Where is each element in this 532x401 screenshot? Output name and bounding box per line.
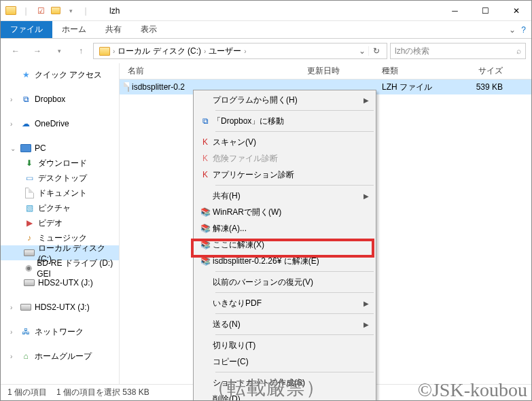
column-name[interactable]: 名前 [120, 65, 303, 77]
checkbox-icon[interactable]: ☑ [35, 5, 47, 17]
menu-extract-to[interactable]: 📚isdbsplitter-0.2.26¥ に解凍(E) [195, 253, 374, 269]
menu-separator [215, 271, 374, 272]
nav-downloads[interactable]: ⬇ダウンロード [1, 156, 119, 171]
pc-icon [20, 143, 31, 154]
drive-icon [24, 247, 35, 258]
menu-dropbox-move[interactable]: ⧉「Dropbox」に移動 [195, 113, 374, 129]
nav-pc[interactable]: ⌄PC [1, 141, 119, 156]
column-date[interactable]: 更新日時 [303, 65, 378, 77]
shield-icon: K [198, 154, 213, 163]
menu-app-scan[interactable]: Kアプリケーション診断 [195, 167, 374, 183]
menu-extract-a[interactable]: 📚解凍(A)... [195, 220, 374, 237]
file-size: 539 KB [459, 82, 507, 92]
nav-quick-access[interactable]: ★クイック アクセス [1, 67, 119, 82]
window-title: lzh [109, 6, 120, 16]
dropbox-icon: ⧉ [20, 94, 31, 105]
column-headers: 名前 更新日時 種類 サイズ [120, 63, 531, 80]
network-icon: 🖧 [20, 326, 31, 337]
menu-prev-version[interactable]: 以前のバージョンの復元(V) [195, 274, 374, 290]
shield-icon: K [198, 137, 213, 147]
tab-home[interactable]: ホーム [52, 21, 96, 38]
divider-icon: | [20, 5, 32, 17]
nav-network[interactable]: ›🖧ネットワーク [1, 324, 119, 339]
address-bar: ← → ▾ ↑ › ローカル ディスク (C:) › ユーザー › ⌄ ↻ lz… [1, 39, 531, 63]
nav-recent-button[interactable]: ▾ [50, 41, 69, 60]
column-type[interactable]: 種類 [378, 65, 459, 77]
menu-winrar-open[interactable]: 📚WinRARで開く(W) [195, 204, 374, 220]
chevron-right-icon: ▶ [363, 300, 369, 307]
nav-homegroup[interactable]: ›⌂ホームグループ [1, 349, 119, 364]
drive-icon [20, 302, 31, 313]
qat-dropdown-icon[interactable]: ▾ [65, 5, 77, 17]
desktop-icon: ▭ [24, 173, 35, 184]
folder-small-icon [50, 5, 62, 17]
menu-share[interactable]: 共有(H)▶ [195, 188, 374, 204]
menu-separator [215, 372, 374, 372]
onedrive-icon: ☁ [20, 118, 31, 129]
menu-scan[interactable]: Kスキャン(V) [195, 134, 374, 150]
breadcrumb-folder-icon [96, 47, 113, 56]
chevron-right-icon: ▶ [363, 97, 369, 104]
ribbon: ファイル ホーム 共有 表示 ⌄? [1, 21, 531, 39]
refresh-icon[interactable]: ↻ [368, 46, 384, 56]
tab-view[interactable]: 表示 [131, 21, 166, 38]
tab-file[interactable]: ファイル [1, 21, 52, 38]
maximize-button[interactable]: ☐ [470, 1, 501, 21]
menu-delete[interactable]: 削除(D) [195, 391, 374, 401]
breadcrumb[interactable]: › ローカル ディスク (C:) › ユーザー › ⌄ ↻ [93, 43, 387, 59]
minimize-button[interactable]: ─ [440, 1, 470, 21]
winrar-icon: 📚 [198, 240, 213, 249]
menu-ikinaripdf[interactable]: いきなりPDF▶ [195, 295, 374, 311]
chevron-right-icon[interactable]: › [244, 48, 246, 55]
breadcrumb-folder[interactable]: ユーザー [206, 46, 244, 57]
close-button[interactable]: ✕ [501, 1, 531, 21]
nav-up-button[interactable]: ↑ [71, 41, 90, 60]
menu-extract-here[interactable]: 📚ここに解凍(X) [195, 237, 374, 253]
menu-shortcut[interactable]: ショートカットの作成(S) [195, 374, 374, 391]
videos-icon: ▶ [24, 217, 35, 228]
winrar-icon: 📚 [198, 256, 213, 266]
nav-forward-button[interactable]: → [28, 41, 47, 60]
divider-icon: | [79, 5, 92, 17]
menu-cut[interactable]: 切り取り(T) [195, 337, 374, 353]
nav-dropbox[interactable]: ›⧉Dropbox [1, 92, 119, 107]
music-icon: ♪ [24, 232, 35, 243]
menu-separator [215, 131, 374, 132]
nav-pictures[interactable]: ▧ピクチャ [1, 201, 119, 215]
folder-icon [5, 5, 17, 17]
menu-send-to[interactable]: 送る(N)▶ [195, 316, 374, 332]
status-item-count: 1 個の項目 [7, 387, 47, 398]
menu-danger-scan: K危険ファイル診断 [195, 150, 374, 167]
downloads-icon: ⬇ [24, 158, 35, 169]
nav-bdre[interactable]: ◉BD-RE ドライブ (D:) GEI [1, 260, 119, 275]
status-selection: 1 個の項目を選択 538 KB [56, 387, 149, 398]
menu-copy[interactable]: コピー(C) [195, 353, 374, 370]
star-icon: ★ [20, 69, 31, 80]
file-name: isdbsplitter-0.2 [132, 82, 185, 92]
nav-documents[interactable]: ドキュメント [1, 186, 119, 201]
menu-separator [215, 292, 374, 293]
menu-open-with[interactable]: プログラムから開く(H)▶ [195, 92, 374, 108]
nav-hds2-2[interactable]: ›HDS2-UTX (J:) [1, 300, 119, 315]
column-size[interactable]: サイズ [459, 65, 507, 77]
nav-desktop[interactable]: ▭デスクトップ [1, 171, 119, 186]
search-icon[interactable]: ⌕ [516, 46, 521, 56]
nav-onedrive[interactable]: ›☁OneDrive [1, 116, 119, 131]
quick-access-toolbar: | ☑ ▾ | [1, 5, 96, 17]
menu-separator [215, 334, 374, 335]
nav-videos[interactable]: ▶ビデオ [1, 215, 119, 230]
search-input[interactable]: lzhの検索 ⌕ [390, 43, 526, 59]
tab-share[interactable]: 共有 [96, 21, 131, 38]
titlebar: | ☑ ▾ | lzh ─ ☐ ✕ [1, 1, 531, 21]
breadcrumb-drive[interactable]: ローカル ディスク (C:) [115, 46, 204, 57]
shield-icon: K [198, 170, 213, 179]
homegroup-icon: ⌂ [20, 351, 31, 362]
breadcrumb-dropdown-icon[interactable]: ⌄ [356, 46, 368, 56]
disc-icon: ◉ [24, 262, 33, 273]
menu-separator [215, 185, 374, 186]
menu-separator [215, 110, 374, 111]
nav-back-button[interactable]: ← [6, 41, 25, 60]
search-placeholder: lzhの検索 [395, 46, 429, 57]
ribbon-expand[interactable]: ⌄? [503, 21, 531, 38]
file-icon [128, 82, 129, 92]
